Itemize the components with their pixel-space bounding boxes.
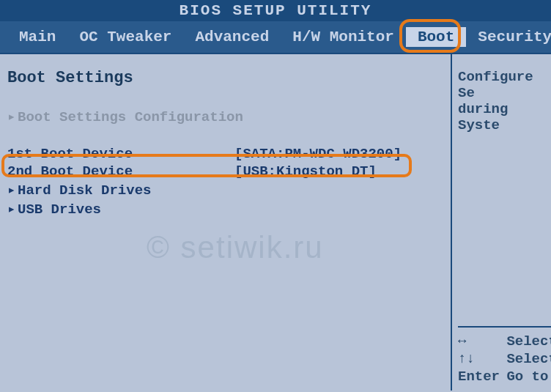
second-boot-device-value: [USB:Kingston DT] (234, 163, 377, 180)
section-title: Boot Settings (7, 69, 446, 87)
help-line: Configure Se (458, 69, 551, 101)
title-bar: BIOS SETUP UTILITY (0, 0, 551, 21)
triangle-icon: ▸ (7, 181, 18, 199)
key-desc: Go to (506, 369, 548, 385)
arrow-lr-icon: ↔ (458, 333, 498, 350)
tab-advanced[interactable]: Advanced (183, 27, 281, 47)
content-area: Boot Settings ▸Boot Settings Configurati… (0, 53, 551, 391)
first-boot-device-label: 1st Boot Device (7, 146, 234, 162)
tab-security[interactable]: Security (466, 27, 551, 47)
watermark: © setiwik.ru (147, 230, 324, 265)
usb-drives[interactable]: ▸USB Drives (7, 200, 446, 218)
tab-boot[interactable]: Boot (406, 27, 466, 47)
tab-oc-tweaker[interactable]: OC Tweaker (67, 27, 183, 47)
key-row: ↑↓ Select (458, 351, 551, 367)
triangle-icon: ▸ (7, 200, 18, 218)
tab-main[interactable]: Main (7, 27, 67, 47)
key-row: ↔ Select (458, 333, 551, 350)
menu-bar: Main OC Tweaker Advanced H/W Monitor Boo… (0, 21, 551, 53)
tab-hw-monitor[interactable]: H/W Monitor (281, 27, 406, 47)
second-boot-device-label: 2nd Boot Device (7, 163, 234, 180)
triangle-icon: ▸ (7, 108, 18, 125)
app-title: BIOS SETUP UTILITY (180, 2, 372, 19)
key-desc: Select (506, 333, 551, 350)
first-boot-device-row[interactable]: 1st Boot Device [SATA:PM-WDC WD3200] (7, 146, 446, 162)
key-legend: ↔ Select ↑↓ Select Enter Go to (458, 326, 551, 391)
help-text: Configure Se during Syste (458, 69, 551, 326)
key-row: Enter Go to (458, 369, 551, 385)
first-boot-device-value: [SATA:PM-WDC WD3200] (234, 146, 402, 162)
help-line: during Syste (458, 101, 551, 133)
second-boot-device-row[interactable]: 2nd Boot Device [USB:Kingston DT] (7, 163, 446, 180)
enter-key-label: Enter (458, 369, 498, 385)
hard-disk-drives[interactable]: ▸Hard Disk Drives (7, 181, 446, 199)
key-desc: Select (506, 351, 551, 367)
arrow-ud-icon: ↑↓ (458, 351, 498, 367)
main-panel: Boot Settings ▸Boot Settings Configurati… (0, 54, 452, 391)
side-panel: Configure Se during Syste ↔ Select ↑↓ Se… (452, 54, 551, 391)
boot-settings-configuration[interactable]: ▸Boot Settings Configuration (7, 108, 446, 125)
